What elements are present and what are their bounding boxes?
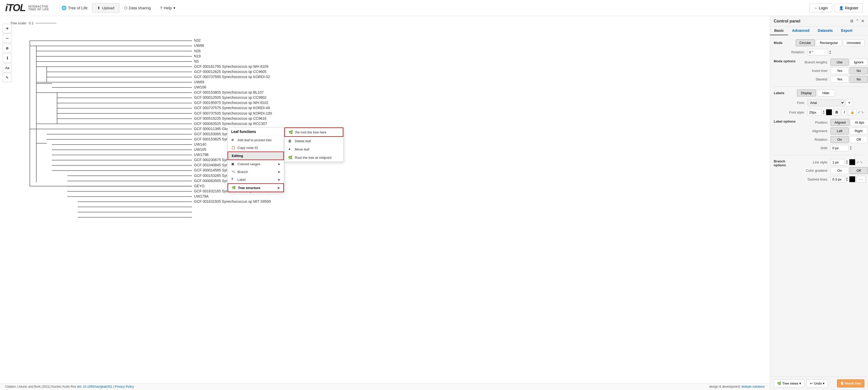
cp-collapse-btn[interactable]: ⌃ (856, 19, 859, 24)
branch-lengths-ignore-btn[interactable]: Ignore (850, 59, 868, 66)
svg-text:N5: N5 (194, 59, 199, 63)
invert-yes-btn[interactable]: Yes (831, 67, 848, 74)
label-item[interactable]: T Label ▶ (227, 176, 284, 184)
mode-unrooted-btn[interactable]: Unrooted (843, 39, 864, 46)
copy-node-icon: 📋 (231, 146, 235, 150)
label-arrow: ▶ (278, 178, 280, 181)
copy-node-item[interactable]: 📋 Copy node ID (227, 144, 284, 151)
logo-itol-text: iTOL (5, 2, 25, 13)
tree-structure-item[interactable]: 🌿 Tree structure ▶ (227, 184, 284, 192)
label-rotation-on-btn[interactable]: On (831, 136, 848, 143)
rotation-input[interactable] (807, 49, 828, 55)
reroot-here-item[interactable]: 🌿 Re-root the tree here (284, 128, 343, 137)
register-icon: 👤 (839, 6, 843, 10)
dashed-color-box[interactable] (849, 176, 855, 182)
tree-of-life-nav-btn[interactable]: 🌐 Tree of Life (57, 3, 92, 12)
font-color-box[interactable] (826, 109, 832, 115)
tab-advanced[interactable]: Advanced (788, 26, 813, 35)
alignment-left-btn[interactable]: Left (831, 128, 848, 135)
delete-leaf-item[interactable]: 🗑 Delete leaf (284, 137, 343, 145)
tab-export[interactable]: Export (837, 26, 857, 35)
expand-icon-1[interactable]: ⤢ (858, 110, 860, 114)
tree-structure-label: Tree structure (238, 186, 260, 190)
register-btn[interactable]: 👤 Register (835, 4, 863, 12)
dashed-minus-btn[interactable]: − (867, 176, 868, 183)
slanted-no-btn[interactable]: No (850, 76, 868, 83)
labels-btns: Display Hide (797, 89, 864, 96)
branch-lengths-use-btn[interactable]: Use (831, 59, 848, 66)
labels-hide-btn[interactable]: Hide (817, 89, 835, 96)
label-options-title: Label options (774, 118, 797, 123)
citation-doi-link[interactable]: doi: 10.1093/nar/gkab301 (77, 385, 112, 388)
line-down-arrow[interactable]: ▼ (846, 162, 848, 165)
font-size-down-arrow[interactable]: ▼ (823, 112, 825, 115)
add-leaf-item[interactable]: ⊕ Add leaf to pruned tree (227, 136, 284, 144)
branch-item[interactable]: ⌥ Branch ▶ (227, 168, 284, 176)
branch-options-body: Line style: ▲ ▼ ⤢ ⤡ (797, 158, 868, 184)
help-nav-btn[interactable]: ? Help ▾ (156, 4, 180, 12)
svg-text:GCF 000063525 Synechococcus sp: GCF 000063525 Synechococcus sp RCC307 (194, 121, 267, 126)
control-panel-tabs: Basic Advanced Datasets Export (770, 26, 868, 35)
rotation-down-arrow[interactable]: ▼ (829, 52, 831, 55)
mode-rectangular-btn[interactable]: Rectangular (816, 39, 842, 46)
svg-text:GCF 000737575 Synechococcus sp: GCF 000737575 Synechococcus sp KORDI-49 (194, 106, 270, 110)
mode-row: Mode Circular Rectangular Unrooted (770, 38, 868, 48)
color-gradient-on-btn[interactable]: On (831, 167, 848, 174)
font-italic-btn[interactable]: I (841, 109, 847, 116)
login-btn[interactable]: → Login (809, 4, 832, 12)
tab-basic[interactable]: Basic (770, 26, 788, 35)
line-color-box[interactable] (849, 159, 855, 165)
line-expand-1[interactable]: ⤢ (857, 160, 859, 164)
shift-down-arrow[interactable]: ▼ (850, 148, 852, 150)
help-icon: ? (160, 6, 162, 10)
cp-settings-btn[interactable]: ⚙ (850, 19, 854, 24)
dashed-lines-input[interactable] (831, 176, 845, 183)
cp-close-btn[interactable]: ✕ (861, 19, 864, 24)
font-lock-btn[interactable]: 🔒 (848, 109, 857, 115)
dashed-dots-btn[interactable]: ··· (857, 176, 866, 183)
alignment-label: Alignment: (797, 129, 831, 133)
privacy-link[interactable]: Privacy Policy (115, 385, 134, 388)
upload-nav-btn[interactable]: ⬆ Upload (92, 3, 119, 13)
tree-structure-icon: 🌿 (232, 186, 236, 190)
expand-icon-2[interactable]: ⤡ (861, 110, 864, 114)
chevron-down-icon: ▾ (173, 6, 176, 10)
invert-no-btn[interactable]: No (850, 67, 868, 74)
mode-circular-btn[interactable]: Circular (796, 39, 815, 46)
font-add-btn[interactable]: + (846, 99, 853, 106)
font-select[interactable]: Arial Times New Roman Courier (807, 99, 845, 106)
alignment-right-btn[interactable]: Right (850, 128, 868, 135)
root-midpoint-item[interactable]: 🌿 Root the tree at midpoint (284, 154, 343, 162)
data-sharing-nav-btn[interactable]: ⬡ Data sharing (119, 4, 156, 12)
move-leaf-label: Move leaf (295, 147, 309, 151)
shift-input[interactable] (831, 145, 848, 151)
tree-area[interactable]: + − ⊕ ℹ Aa ✎ Tree scale: 0.1 (0, 16, 770, 390)
font-size-input[interactable] (807, 109, 822, 116)
svg-text:GCF 000012505 Synechococcus sp: GCF 000012505 Synechococcus sp CC9902 (194, 95, 267, 100)
position-tips-btn[interactable]: At tips (850, 119, 868, 126)
undo-btn[interactable]: ↩ Undo ▾ (807, 380, 828, 387)
reset-tree-btn[interactable]: 🗑 Reset tree (837, 380, 864, 387)
font-bold-btn[interactable]: B (833, 109, 840, 116)
move-leaf-item[interactable]: ✦ Move leaf (284, 145, 343, 154)
mode-buttons: Circular Rectangular Unrooted (796, 39, 864, 46)
tab-datasets[interactable]: Datasets (813, 26, 837, 35)
line-expand-2[interactable]: ⤡ (860, 160, 863, 164)
colored-ranges-item[interactable]: ▣ Colored ranges ▶ (227, 160, 284, 168)
nav-right-section: → Login 👤 Register (809, 4, 863, 12)
dashed-down-arrow[interactable]: ▼ (846, 179, 848, 182)
slanted-yes-btn[interactable]: Yes (831, 76, 848, 83)
tree-views-btn[interactable]: 🌿 Tree views ▾ (774, 380, 804, 387)
data-sharing-icon: ⬡ (124, 6, 127, 10)
reset-icon: 🗑 (840, 382, 844, 385)
labels-display-btn[interactable]: Display (797, 89, 816, 96)
line-style-input[interactable] (831, 159, 845, 166)
line-style-row: Line style: ▲ ▼ ⤢ ⤡ (797, 158, 868, 166)
top-navigation: iTOL INTERACTIVE TREE OF LIFE 🌐 Tree of … (0, 0, 868, 16)
position-aligned-btn[interactable]: Aligned (831, 119, 849, 126)
font-row: Font: Arial Times New Roman Courier + (770, 98, 868, 108)
color-gradient-off-btn[interactable]: Off (850, 167, 868, 174)
company-link[interactable]: biobyte solutions (742, 385, 765, 388)
undo-icon: ↩ (810, 382, 813, 385)
label-rotation-off-btn[interactable]: Off (850, 136, 868, 143)
